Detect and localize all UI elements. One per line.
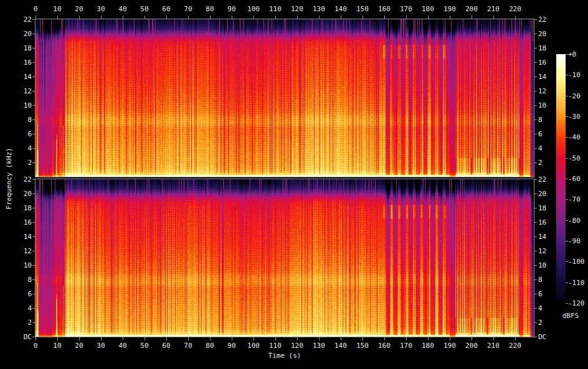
x-tick-label-bottom: 120 <box>291 342 303 349</box>
y-tick-label-right: 8 <box>538 276 543 283</box>
y-tick-label-left: 10 <box>24 102 32 109</box>
colorbar-tick-label: -60 <box>568 175 581 182</box>
y-tick-mark-left <box>32 251 35 251</box>
x-tick-mark-bottom <box>254 337 254 340</box>
colorbar-tick-label: -70 <box>568 196 581 203</box>
y-tick-mark-left <box>32 222 35 223</box>
x-tick-mark-top <box>319 16 320 19</box>
y-tick-label-left: 8 <box>27 116 32 123</box>
x-tick-mark-top <box>210 16 211 19</box>
y-tick-mark-right <box>534 119 537 120</box>
x-tick-label-top: 0 <box>34 6 38 12</box>
x-tick-mark-bottom <box>123 337 123 340</box>
x-tick-label-bottom: 170 <box>400 342 412 349</box>
spectrogram-panel-channel-2 <box>35 179 534 337</box>
x-tick-label-bottom: 190 <box>443 342 456 349</box>
y-tick-mark-left <box>32 19 35 20</box>
x-tick-mark-bottom <box>515 337 516 340</box>
y-tick-label-left: 2 <box>27 319 32 326</box>
x-tick-label-top: 200 <box>465 6 478 12</box>
x-tick-label-top: 60 <box>162 6 170 12</box>
y-tick-mark-left <box>32 308 35 309</box>
y-tick-label-right: 2 <box>538 319 543 326</box>
y-tick-label-left: 22 <box>24 176 32 183</box>
x-tick-mark-top <box>145 16 145 19</box>
x-tick-label-top: 30 <box>97 6 105 12</box>
y-tick-mark-right <box>534 337 537 337</box>
y-tick-mark-right <box>534 91 537 91</box>
y-tick-label-left: 16 <box>24 59 32 66</box>
x-tick-label-top: 160 <box>378 6 391 12</box>
x-tick-mark-top <box>232 16 232 19</box>
colorbar-tick-label: -80 <box>568 217 581 223</box>
x-tick-label-top: 70 <box>184 6 192 12</box>
colorbar-tick-label: -110 <box>568 279 585 286</box>
y-tick-label-left: 14 <box>24 233 32 240</box>
y-tick-mark-right <box>534 162 537 163</box>
y-tick-mark-left <box>32 208 35 208</box>
x-tick-label-top: 100 <box>247 6 260 12</box>
y-tick-mark-left <box>32 162 35 163</box>
y-tick-label-left: 20 <box>24 30 32 37</box>
y-tick-label-right: 4 <box>538 305 543 312</box>
x-tick-mark-top <box>406 16 407 19</box>
x-tick-label-bottom: 130 <box>313 342 325 349</box>
y-tick-mark-left <box>32 91 35 91</box>
x-tick-mark-top <box>36 16 36 19</box>
y-tick-label-left: 4 <box>27 305 32 312</box>
y-tick-label-right: 18 <box>538 205 546 212</box>
x-tick-mark-bottom <box>341 337 341 340</box>
y-tick-label-left: 14 <box>24 73 32 80</box>
y-tick-mark-left <box>32 48 35 49</box>
y-tick-label-left: 8 <box>27 276 32 283</box>
colorbar-tick-label: -30 <box>568 113 581 120</box>
y-tick-mark-right <box>534 62 537 63</box>
y-tick-label-left: 18 <box>24 205 32 212</box>
y-tick-label-left: 10 <box>24 262 32 269</box>
y-tick-mark-right <box>534 236 537 237</box>
y-tick-label-right: 22 <box>538 176 546 183</box>
y-tick-mark-left <box>32 105 35 106</box>
y-tick-mark-left <box>32 236 35 237</box>
colorbar-tick-label: -40 <box>568 134 581 141</box>
y-tick-label-right: 22 <box>538 16 546 23</box>
y-tick-mark-left <box>32 337 35 337</box>
y-tick-label-right: 12 <box>538 248 546 255</box>
x-tick-mark-bottom <box>297 337 298 340</box>
y-tick-label-right: 20 <box>538 190 546 197</box>
y-tick-label-left: 12 <box>24 88 32 95</box>
x-tick-label-top: 210 <box>487 6 500 12</box>
x-tick-mark-top <box>450 16 450 19</box>
x-tick-mark-bottom <box>57 337 58 340</box>
x-tick-mark-bottom <box>406 337 407 340</box>
y-tick-label-left: 6 <box>27 291 32 297</box>
y-tick-label-right: 20 <box>538 30 546 37</box>
y-tick-label-left: 20 <box>24 190 32 197</box>
x-tick-label-bottom: 50 <box>140 342 148 349</box>
y-tick-label-left: 12 <box>24 248 32 255</box>
y-tick-label-left: 4 <box>27 145 32 152</box>
colorbar-tick-label: +0 <box>568 51 576 58</box>
y-tick-label-left: 18 <box>24 45 32 52</box>
x-tick-mark-bottom <box>188 337 189 340</box>
x-tick-mark-top <box>493 16 494 19</box>
x-tick-mark-top <box>472 16 472 19</box>
y-tick-mark-right <box>534 194 537 194</box>
x-tick-label-bottom: 220 <box>509 342 521 349</box>
spectrogram-canvas-channel-2 <box>36 179 534 337</box>
x-tick-mark-bottom <box>210 337 211 340</box>
y-tick-label-right: 16 <box>538 219 546 226</box>
spectrogram-figure: Frequency (kHz) Time (s) dBFS 0010102020… <box>0 0 588 369</box>
x-tick-label-top: 10 <box>53 6 61 12</box>
x-tick-mark-top <box>254 16 254 19</box>
y-tick-mark-right <box>534 251 537 251</box>
colorbar <box>556 54 566 303</box>
x-tick-mark-bottom <box>36 337 36 340</box>
y-tick-mark-left <box>32 279 35 280</box>
x-tick-label-bottom: 100 <box>247 342 260 349</box>
y-tick-mark-right <box>534 279 537 280</box>
x-tick-label-top: 80 <box>206 6 214 12</box>
y-tick-label-right: 4 <box>538 145 543 152</box>
x-tick-label-bottom: 40 <box>118 342 126 349</box>
x-tick-mark-top <box>297 16 298 19</box>
